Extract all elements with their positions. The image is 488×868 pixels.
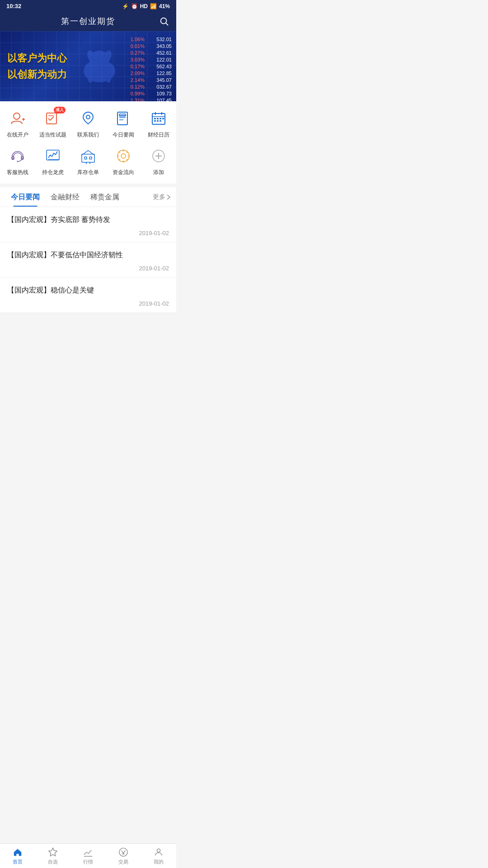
banner-pct: 0.99% bbox=[124, 91, 145, 96]
svg-rect-27 bbox=[154, 120, 156, 122]
banner-val: 122.85 bbox=[149, 71, 172, 76]
warehouse-receipt-icon bbox=[80, 148, 96, 164]
signal-label: HD bbox=[140, 3, 148, 9]
open-account-icon-wrapper bbox=[8, 108, 28, 128]
banner-pct: 0.12% bbox=[124, 84, 145, 90]
svg-point-0 bbox=[161, 18, 167, 24]
banner-val: 532.01 bbox=[149, 37, 172, 42]
tab-financial[interactable]: 金融财经 bbox=[45, 187, 85, 207]
open-account-label: 在线开户 bbox=[7, 131, 28, 139]
svg-point-6 bbox=[87, 68, 94, 83]
quick-menu-row1: 在线开户 准入 适当性试题 联系我们 bbox=[0, 107, 176, 141]
aptitude-badge: 准入 bbox=[54, 107, 66, 113]
bull-graphic bbox=[77, 44, 122, 89]
battery-label: 41% bbox=[159, 3, 170, 9]
banner-data-row: 1.31%107.45 bbox=[124, 98, 172, 101]
banner-pct: 0.27% bbox=[124, 50, 145, 56]
news-section: 今日要闻 金融财经 稀贵金属 更多 【国内宏观】夯实底部 蓄势待发 2019-0… bbox=[0, 187, 176, 313]
news-title: 【国内宏观】不要低估中国经济韧性 bbox=[7, 250, 169, 260]
news-list-item[interactable]: 【国内宏观】稳信心是关键 2019-01-02 bbox=[0, 278, 176, 313]
menu-item-financial-calendar[interactable]: 财经日历 bbox=[143, 108, 174, 139]
news-date: 2019-01-02 bbox=[7, 230, 169, 236]
search-button[interactable] bbox=[159, 16, 169, 26]
tab-today-news[interactable]: 今日要闻 bbox=[5, 187, 45, 207]
contact-icon bbox=[80, 110, 96, 127]
svg-rect-29 bbox=[160, 120, 161, 122]
app-title: 第一创业期货 bbox=[61, 16, 115, 27]
position-leaderboard-label: 持仓龙虎 bbox=[42, 169, 64, 176]
menu-item-aptitude-test[interactable]: 准入 适当性试题 bbox=[37, 108, 69, 139]
menu-item-position-leaderboard[interactable]: 持仓龙虎 bbox=[37, 146, 69, 176]
app-header: 第一创业期货 bbox=[0, 11, 176, 31]
banner: 以客户为中心 以创新为动力 1.06%532.010.01%343.050.27… bbox=[0, 31, 176, 101]
svg-point-32 bbox=[17, 161, 19, 162]
banner-val: 107.45 bbox=[149, 98, 172, 101]
open-account-icon bbox=[9, 110, 26, 127]
banner-val: 345.07 bbox=[149, 77, 172, 83]
banner-data-row: 0.12%032.67 bbox=[124, 84, 172, 90]
add-icon-wrapper bbox=[149, 146, 169, 166]
svg-rect-35 bbox=[84, 157, 87, 159]
banner-val: 032.67 bbox=[149, 84, 172, 90]
menu-item-capital-flow[interactable]: 资金流向 bbox=[108, 146, 139, 176]
banner-val: 343.05 bbox=[149, 43, 172, 49]
banner-val: 109.73 bbox=[149, 91, 172, 96]
menu-item-customer-service[interactable]: 客服热线 bbox=[2, 146, 33, 176]
news-list: 【国内宏观】夯实底部 蓄势待发 2019-01-02 【国内宏观】不要低估中国经… bbox=[0, 207, 176, 313]
banner-data-row: 0.01%343.05 bbox=[124, 43, 172, 49]
capital-flow-icon-wrapper bbox=[113, 146, 133, 166]
banner-data-row: 0.27%452.61 bbox=[124, 50, 172, 56]
banner-data-row: 2.14%345.07 bbox=[124, 77, 172, 83]
menu-item-warehouse-receipt[interactable]: 库存仓单 bbox=[72, 146, 104, 176]
position-leaderboard-icon bbox=[45, 148, 61, 164]
news-title: 【国内宏观】夯实底部 蓄势待发 bbox=[7, 214, 169, 225]
svg-rect-23 bbox=[154, 118, 156, 119]
banner-data-row: 3.03%122.01 bbox=[124, 57, 172, 62]
banner-data-row: 0.17%562.43 bbox=[124, 64, 172, 69]
add-circle-icon bbox=[150, 148, 167, 164]
quick-menu: 在线开户 准入 适当性试题 联系我们 bbox=[0, 101, 176, 184]
banner-pct: 2.09% bbox=[124, 71, 145, 76]
svg-rect-25 bbox=[160, 118, 161, 119]
customer-service-icon bbox=[9, 148, 26, 164]
menu-item-daily-news[interactable]: 今日要闻 bbox=[108, 108, 139, 139]
add-label: 添加 bbox=[153, 169, 164, 176]
news-date: 2019-01-02 bbox=[7, 300, 169, 307]
status-bar: 10:32 ⚡ ⏰ HD 📶 41% bbox=[0, 0, 176, 11]
tab-precious-metals[interactable]: 稀贵金属 bbox=[85, 187, 125, 207]
svg-point-8 bbox=[14, 113, 20, 119]
banner-val: 452.61 bbox=[149, 50, 172, 56]
news-list-item[interactable]: 【国内宏观】不要低估中国经济韧性 2019-01-02 bbox=[0, 242, 176, 278]
svg-line-45 bbox=[127, 159, 128, 160]
customer-service-label: 客服热线 bbox=[7, 169, 28, 176]
banner-data-row: 2.09%122.85 bbox=[124, 71, 172, 76]
banner-pct: 0.01% bbox=[124, 43, 145, 49]
svg-rect-28 bbox=[157, 120, 159, 122]
banner-data-row: 0.99%109.73 bbox=[124, 91, 172, 96]
banner-line1: 以客户为中心 bbox=[7, 52, 67, 65]
news-tabs-header: 今日要闻 金融财经 稀贵金属 更多 bbox=[0, 187, 176, 207]
svg-line-47 bbox=[119, 159, 120, 160]
financial-calendar-icon-wrapper bbox=[149, 108, 169, 128]
tabs-more-button[interactable]: 更多 bbox=[153, 193, 171, 201]
svg-rect-26 bbox=[162, 118, 164, 119]
news-date: 2019-01-02 bbox=[7, 265, 169, 272]
svg-line-46 bbox=[127, 151, 128, 153]
contact-icon-wrapper bbox=[78, 108, 98, 128]
wifi-icon: 📶 bbox=[150, 3, 157, 9]
banner-slogan: 以客户为中心 以创新为动力 bbox=[7, 52, 67, 81]
banner-val: 122.01 bbox=[149, 57, 172, 62]
news-list-item[interactable]: 【国内宏观】夯实底部 蓄势待发 2019-01-02 bbox=[0, 207, 176, 242]
alarm-icon: ⏰ bbox=[131, 3, 138, 9]
menu-item-add[interactable]: 添加 bbox=[143, 146, 174, 176]
daily-news-icon bbox=[115, 110, 131, 127]
tabs-more-label: 更多 bbox=[153, 193, 165, 201]
banner-pct: 3.03% bbox=[124, 57, 145, 62]
menu-item-contact[interactable]: 联系我们 bbox=[72, 108, 104, 139]
menu-item-open-account[interactable]: 在线开户 bbox=[2, 108, 33, 139]
banner-pct: 1.06% bbox=[124, 37, 145, 42]
warehouse-receipt-icon-wrapper bbox=[78, 146, 98, 166]
aptitude-test-icon-wrapper: 准入 bbox=[43, 108, 63, 128]
svg-point-13 bbox=[86, 115, 90, 119]
svg-rect-34 bbox=[82, 154, 94, 162]
